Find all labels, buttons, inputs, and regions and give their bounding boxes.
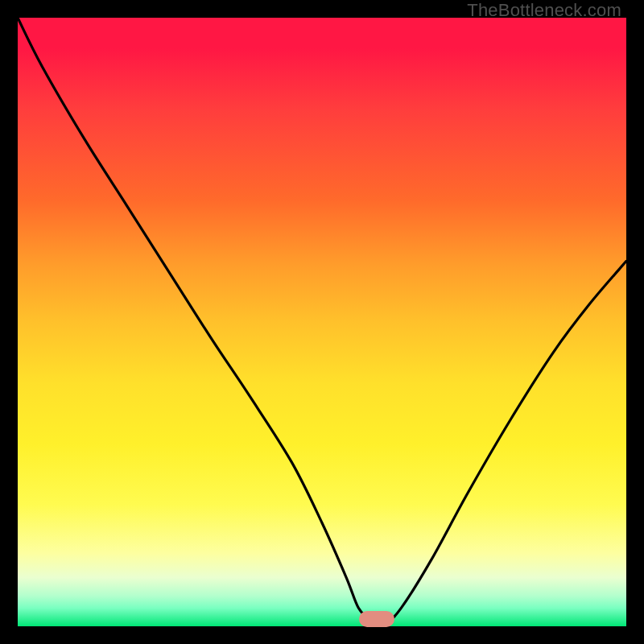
chart-frame: TheBottleneck.com xyxy=(0,0,644,644)
watermark-text: TheBottleneck.com xyxy=(467,0,621,21)
optimal-marker xyxy=(359,611,394,627)
bottleneck-curve xyxy=(18,18,626,626)
plot-area xyxy=(18,18,626,626)
